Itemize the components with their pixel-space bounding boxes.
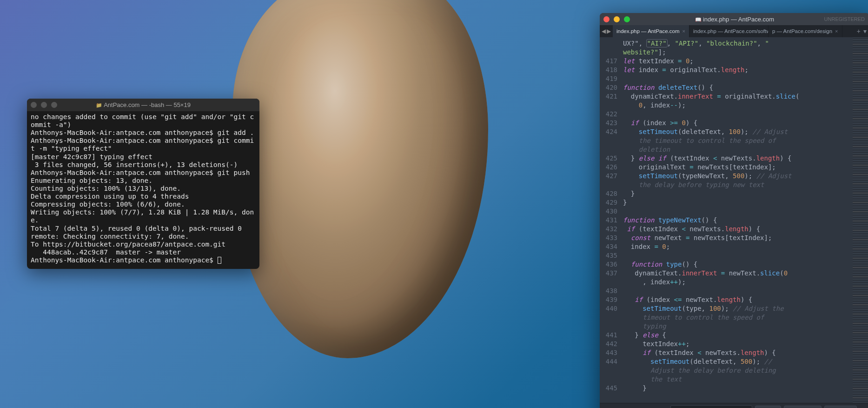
- tab-label: p — AntPace.com/design: [772, 28, 832, 34]
- add-tab-button[interactable]: +: [857, 27, 861, 35]
- tab-label: index.php — AntPace.com: [616, 28, 680, 34]
- terminal-titlebar[interactable]: AntPace.com — -bash — 55×19: [27, 99, 259, 111]
- find-option[interactable]: .*: [603, 406, 610, 408]
- tab-label: index.php — AntPace.com/software: [693, 28, 769, 34]
- unregistered-label: UNREGISTERED: [824, 16, 865, 22]
- maximize-icon[interactable]: [51, 102, 57, 108]
- line-gutter: 4174184194204214224234244254264274284294…: [600, 37, 621, 403]
- minimize-icon[interactable]: [614, 16, 620, 22]
- find-bar: .*Aa“”≡↩▭ ai? Find Find Prev Find All ×: [600, 403, 868, 408]
- find-option[interactable]: ≡: [637, 406, 644, 408]
- find-button[interactable]: Find: [755, 406, 781, 408]
- desktop-wallpaper-rock: [232, 0, 488, 358]
- nav-arrows: ◀ ▶: [600, 25, 613, 37]
- nav-forward-icon[interactable]: ▶: [607, 28, 611, 34]
- minimize-icon[interactable]: [41, 102, 47, 108]
- find-all-button[interactable]: Find All: [824, 406, 857, 408]
- code-editor[interactable]: UX?", "AI?", "API?", "blockchain?", "web…: [621, 37, 853, 403]
- find-option[interactable]: ↩: [648, 406, 656, 408]
- close-icon[interactable]: [31, 102, 37, 108]
- minimap[interactable]: [853, 37, 868, 403]
- nav-back-icon[interactable]: ◀: [602, 28, 606, 34]
- code-area: 4174184194204214224234244254264274284294…: [600, 37, 868, 403]
- file-tab[interactable]: p — AntPace.com/design×: [769, 25, 842, 37]
- maximize-icon[interactable]: [624, 16, 630, 22]
- find-input[interactable]: ai?: [670, 405, 753, 408]
- traffic-lights: [603, 16, 630, 22]
- find-option[interactable]: “”: [627, 406, 634, 408]
- file-tab[interactable]: index.php — AntPace.com×: [613, 25, 689, 37]
- traffic-lights: [31, 102, 57, 108]
- find-prev-button[interactable]: Find Prev: [784, 406, 822, 408]
- tab-overflow-icon[interactable]: ▾: [863, 27, 867, 35]
- terminal-window[interactable]: AntPace.com — -bash — 55×19 no changes a…: [27, 99, 259, 269]
- find-options: .*Aa“”≡↩▭: [603, 406, 668, 408]
- editor-window[interactable]: index.php — AntPace.com UNREGISTERED ◀ ▶…: [600, 13, 868, 408]
- editor-titlebar[interactable]: index.php — AntPace.com UNREGISTERED: [600, 13, 868, 25]
- tab-close-icon[interactable]: ×: [835, 28, 838, 34]
- terminal-title: AntPace.com — -bash — 55×19: [27, 101, 259, 108]
- tab-strip: ◀ ▶ index.php — AntPace.com×index.php — …: [600, 25, 868, 37]
- file-tab[interactable]: index.php — AntPace.com/software×: [689, 25, 769, 37]
- tab-close-icon[interactable]: ×: [682, 28, 685, 34]
- close-icon[interactable]: [603, 16, 610, 22]
- find-option[interactable]: ▭: [659, 406, 668, 408]
- terminal-body[interactable]: no changes added to commit (use "git add…: [27, 111, 259, 269]
- find-option[interactable]: Aa: [613, 406, 623, 408]
